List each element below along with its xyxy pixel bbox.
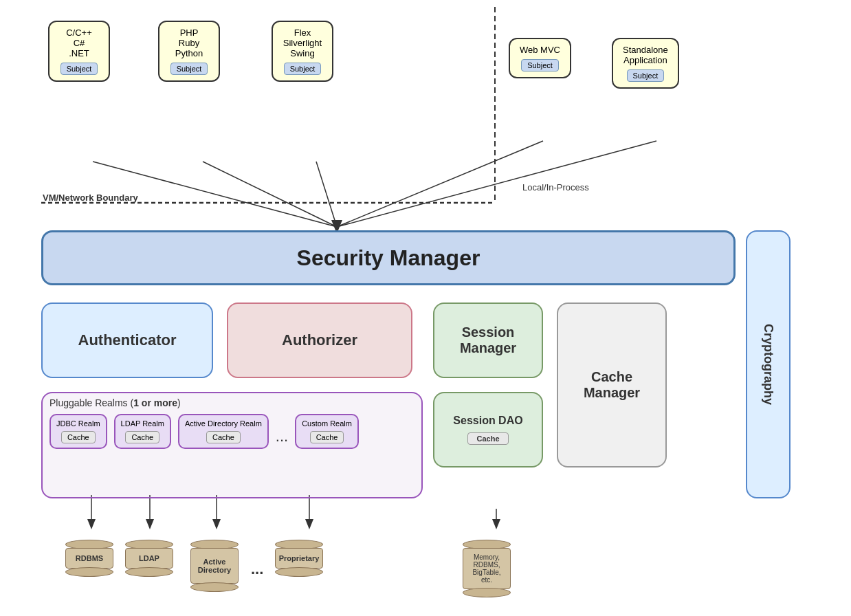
client-box-flex: Flex Silverlight Swing Subject [272,21,333,82]
svg-marker-9 [87,519,96,529]
realm-jdbc: JDBC Realm Cache [49,414,107,449]
cryptography-label: Cryptography [761,324,775,405]
client-standalone-line2: Application [623,55,668,65]
cylinder-activedir-bottom [190,582,239,592]
session-dao-label: Session DAO [453,415,522,427]
svg-line-6 [337,141,656,227]
realm-dots: ... [276,414,288,446]
client-cpp-line2: C# [59,38,99,48]
realm-ldap-cache: Cache [125,431,159,443]
cylinder-proprietary-body: Proprietary [275,548,323,569]
authorizer-box: Authorizer [227,302,412,378]
cylinder-memory-label: Memory, RDBMS, BigTable, etc. [466,553,507,584]
cylinder-memory-body: Memory, RDBMS, BigTable, etc. [463,548,511,589]
client-flex-subject: Subject [284,63,322,75]
realm-activedir-label: Active Directory Realm [185,419,262,428]
client-standalone-subject: Subject [627,69,665,82]
cylinder-ldap-bottom [125,567,173,577]
client-php-line1: PHP [169,28,209,38]
cryptography-box: Cryptography [746,230,791,498]
cylinder-activedir-label: Active Directory [198,558,231,574]
authenticator-label: Authenticator [78,331,177,349]
diagram-container: C/C++ C# .NET Subject PHP Ruby Python Su… [0,0,851,616]
client-flex-line1: Flex [283,28,322,38]
realm-custom: Custom Realm Cache [295,414,359,449]
svg-line-5 [337,141,543,227]
security-manager-box: Security Manager [41,230,736,285]
cylinder-dots: ... [251,560,263,578]
client-webmvc-line1: Web MVC [520,45,560,55]
cylinder-rdbms-label: RDBMS [76,554,103,562]
client-php-line2: Ruby [169,38,209,48]
svg-marker-17 [492,519,500,529]
client-box-standalone: Standalone Application Subject [612,38,679,89]
cylinder-proprietary-label: Proprietary [279,554,320,562]
svg-line-3 [203,162,337,227]
cylinder-memory-bottom [463,588,511,597]
cylinder-rdbms: RDBMS [65,540,113,577]
client-box-cpp: C/C++ C# .NET Subject [48,21,110,82]
realm-custom-label: Custom Realm [302,419,352,428]
session-manager-box: SessionManager [433,302,543,378]
client-standalone-line1: Standalone [623,45,668,55]
realm-ldap: LDAP Realm Cache [114,414,171,449]
client-php-line3: Python [169,48,209,58]
cylinder-ldap: LDAP [125,540,173,577]
realm-activedir-cache: Cache [206,431,241,443]
cylinder-proprietary: Proprietary [275,540,323,577]
client-box-webmvc: Web MVC Subject [509,38,571,78]
svg-marker-13 [212,519,221,529]
pluggable-realms-box: Pluggable Realms (1 or more) JDBC Realm … [41,392,423,498]
client-php-subject: Subject [170,63,208,75]
cylinder-ldap-body: LDAP [125,548,173,569]
cylinder-memory: Memory, RDBMS, BigTable, etc. [463,540,511,597]
cylinder-proprietary-bottom [275,567,323,577]
authorizer-label: Authorizer [282,331,357,349]
svg-line-4 [316,162,337,227]
boundary-vm-label: VM/Network Boundary [43,192,138,203]
svg-marker-11 [146,519,154,529]
cache-manager-label: CacheManager [584,369,640,401]
client-webmvc-subject: Subject [521,59,559,72]
cylinder-ldap-label: LDAP [139,554,159,562]
cylinder-rdbms-bottom [65,567,113,577]
realm-ldap-label: LDAP Realm [121,419,164,428]
cylinder-rdbms-body: RDBMS [65,548,113,569]
pluggable-realms-title: Pluggable Realms (1 or more) [43,393,421,410]
boundary-local-label: Local/In-Process [522,182,589,192]
svg-marker-15 [305,519,313,529]
realm-jdbc-cache: Cache [61,431,96,443]
client-flex-line3: Swing [283,48,322,58]
client-box-php: PHP Ruby Python Subject [158,21,220,82]
security-manager-label: Security Manager [297,245,480,271]
session-manager-label: SessionManager [460,324,516,356]
session-dao-cache-badge: Cache [467,432,508,445]
client-cpp-line3: .NET [59,48,99,58]
cylinder-activedir-body: Active Directory [190,548,239,584]
cache-manager-box: CacheManager [557,302,667,468]
client-flex-line2: Silverlight [283,38,322,48]
client-cpp-line1: C/C++ [59,28,99,38]
realm-custom-cache: Cache [310,431,344,443]
client-cpp-subject: Subject [60,63,98,75]
realm-jdbc-label: JDBC Realm [56,419,100,428]
cylinder-activedir: Active Directory [190,540,239,592]
session-dao-box: Session DAO Cache [433,392,543,468]
authenticator-box: Authenticator [41,302,213,378]
realm-activedir: Active Directory Realm Cache [178,414,269,449]
